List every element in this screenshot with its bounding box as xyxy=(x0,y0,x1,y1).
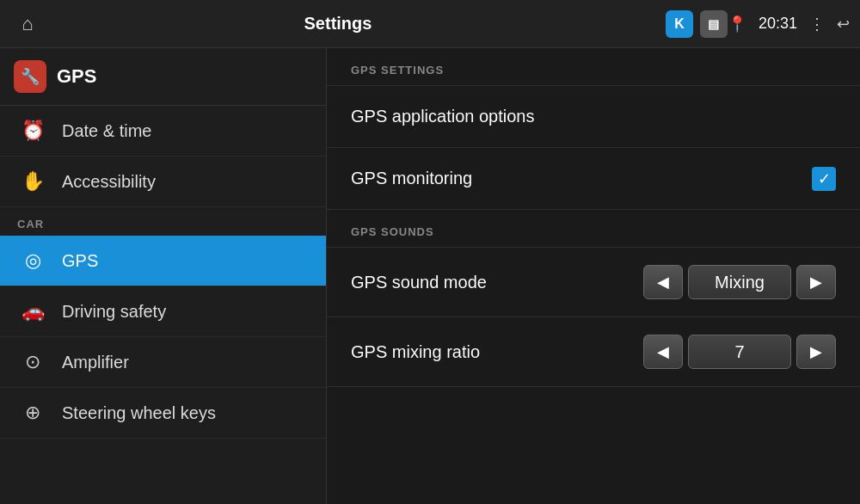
wrench-icon: 🔧 xyxy=(21,67,40,86)
location-icon: 📍 xyxy=(728,15,746,34)
gps-sound-mode-row: GPS sound mode ◀ Mixing ▶ xyxy=(327,248,860,317)
datetime-icon: ⏰ xyxy=(17,120,48,142)
sidebar-item-amplifier-label: Amplifier xyxy=(62,353,129,372)
gps-monitoring-row[interactable]: GPS monitoring ✓ xyxy=(327,148,860,210)
next-arrow-icon: ▶ xyxy=(810,273,822,292)
gps-sounds-section-label: GPS SOUNDS xyxy=(327,210,860,248)
gps-mixing-ratio-next[interactable]: ▶ xyxy=(796,335,836,369)
clock: 20:31 xyxy=(759,15,797,33)
sidebar-item-amplifier[interactable]: ⊙ Amplifier xyxy=(0,337,326,388)
top-bar-app-icons: K ▤ xyxy=(666,10,728,38)
gps-monitoring-control: ✓ xyxy=(812,167,836,191)
steering-icon: ⊕ xyxy=(17,402,48,424)
sidebar-gps-header: 🔧 GPS xyxy=(0,48,326,106)
next-arrow-icon-2: ▶ xyxy=(810,342,822,361)
gps-badge-icon: 🔧 xyxy=(14,60,46,93)
sidebar-item-datetime[interactable]: ⏰ Date & time xyxy=(0,106,326,157)
app-icon-gallery[interactable]: ▤ xyxy=(700,10,728,38)
gps-app-options-label: GPS application options xyxy=(351,107,836,126)
sidebar-item-driving-safety-label: Driving safety xyxy=(62,302,166,322)
main-layout: 🔧 GPS ⏰ Date & time ✋ Accessibility CAR … xyxy=(0,48,860,504)
sidebar-item-accessibility-label: Accessibility xyxy=(62,172,156,192)
sidebar-gps-title: GPS xyxy=(57,65,96,88)
gps-settings-section-label: GPS SETTINGS xyxy=(327,48,860,86)
gps-app-options-row[interactable]: GPS application options xyxy=(327,86,860,148)
sidebar-item-steering-wheel[interactable]: ⊕ Steering wheel keys xyxy=(0,388,326,439)
sidebar-item-steering-label: Steering wheel keys xyxy=(62,403,216,423)
app-icon-k[interactable]: K xyxy=(666,10,693,38)
gps-sound-mode-next[interactable]: ▶ xyxy=(796,265,836,299)
gps-sound-mode-control: ◀ Mixing ▶ xyxy=(643,265,836,299)
gps-nav-icon: ◎ xyxy=(17,249,48,272)
status-area: 📍 20:31 ⋮ ↩ xyxy=(728,15,850,34)
gps-mixing-ratio-row: GPS mixing ratio ◀ 7 ▶ xyxy=(327,317,860,387)
car-icon: 🚗 xyxy=(17,300,48,323)
gps-sound-mode-prev[interactable]: ◀ xyxy=(643,265,683,299)
gps-mixing-ratio-value: 7 xyxy=(688,335,791,369)
sidebar-item-datetime-label: Date & time xyxy=(62,121,151,141)
gps-monitoring-label: GPS monitoring xyxy=(351,169,812,188)
prev-arrow-icon: ◀ xyxy=(657,273,669,292)
car-section-label: CAR xyxy=(0,207,326,236)
sidebar-item-accessibility[interactable]: ✋ Accessibility xyxy=(0,157,326,207)
prev-arrow-icon-2: ◀ xyxy=(657,342,669,361)
accessibility-icon: ✋ xyxy=(17,170,48,193)
content-panel: GPS SETTINGS GPS application options GPS… xyxy=(327,48,860,504)
amplifier-icon: ⊙ xyxy=(17,351,48,373)
gps-monitoring-checkbox[interactable]: ✓ xyxy=(812,167,836,191)
page-title: Settings xyxy=(10,14,666,34)
gps-mixing-ratio-label: GPS mixing ratio xyxy=(351,342,643,362)
sidebar-item-gps-label: GPS xyxy=(62,251,98,271)
sidebar-item-gps[interactable]: ◎ GPS xyxy=(0,236,326,286)
back-icon[interactable]: ↩ xyxy=(837,15,850,34)
gps-sound-mode-label: GPS sound mode xyxy=(351,273,643,292)
gps-mixing-ratio-control: ◀ 7 ▶ xyxy=(643,335,836,369)
more-icon[interactable]: ⋮ xyxy=(809,15,825,34)
top-bar: ⌂ Settings K ▤ 📍 20:31 ⋮ ↩ xyxy=(0,0,860,48)
sidebar: 🔧 GPS ⏰ Date & time ✋ Accessibility CAR … xyxy=(0,48,327,504)
sidebar-item-driving-safety[interactable]: 🚗 Driving safety xyxy=(0,286,326,337)
gps-mixing-ratio-prev[interactable]: ◀ xyxy=(643,335,683,369)
gps-sound-mode-value: Mixing xyxy=(688,265,791,299)
